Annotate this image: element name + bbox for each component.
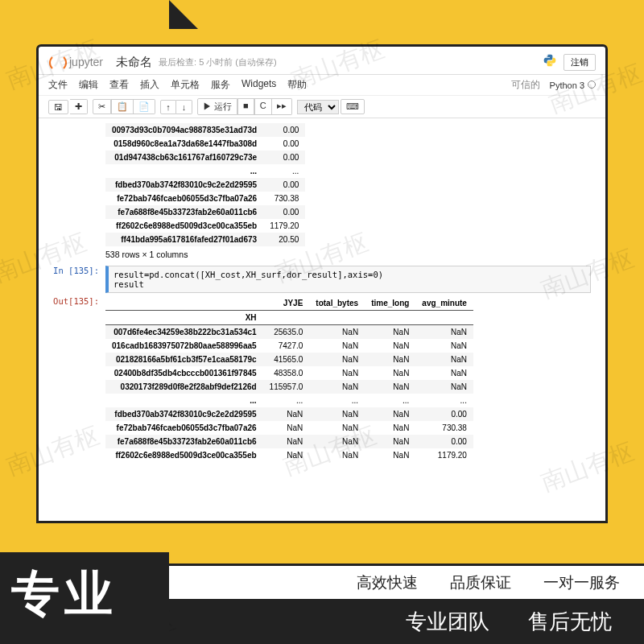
notebook-area[interactable]: 00973d93c0b7094ac9887835e31ad73d0.000158…	[39, 118, 605, 523]
table-row: ...............	[105, 394, 473, 407]
in-prompt: In [135]:	[53, 266, 105, 293]
promo-text: 一对一服务	[543, 572, 620, 593]
table-row: ff2602c6e8988ed5009d3ce00ca355eb1179.20	[105, 219, 305, 233]
jupyter-icon	[48, 53, 66, 71]
python-icon	[543, 53, 557, 71]
table-row: fe72bab746fcaeb06055d3c7fba07a26730.38	[105, 192, 305, 205]
table-row: 00973d93c0b7094ac9887835e31ad73d0.00	[105, 123, 305, 137]
dataframe-dims: 538 rows × 1 columns	[105, 246, 591, 262]
logout-button[interactable]: 注销	[564, 54, 596, 71]
paste-button[interactable]: 📄	[134, 99, 155, 114]
save-button[interactable]: 🖫	[48, 100, 68, 114]
table-row: fdbed370ab3742f83010c9c2e2d29595NaNNaNNa…	[105, 407, 473, 421]
table-row: fe72bab746fcaeb06055d3c7fba07a26NaNNaNNa…	[105, 421, 473, 435]
menu-help[interactable]: 帮助	[287, 78, 307, 92]
add-cell-button[interactable]: ✚	[70, 99, 88, 114]
menubar: 文件 编辑 查看 插入 单元格 服务 Widgets 帮助 可信的 Python…	[39, 75, 605, 95]
toolbar: 🖫 ✚ ✂ 📋 📄 ↑ ↓ ▶ 运行 ■ C ▸▸ 代码 ⌨	[39, 95, 605, 118]
notebook-title[interactable]: 未命名	[116, 55, 152, 70]
table-row: 0320173f289d0f8e2f28abf9def2126d115957.0…	[105, 380, 473, 394]
checkpoint-status: 最后检查: 5 小时前 (自动保存)	[159, 56, 277, 68]
menu-widgets[interactable]: Widgets	[242, 78, 276, 92]
move-down-button[interactable]: ↓	[176, 100, 192, 114]
stop-button[interactable]: ■	[237, 98, 254, 115]
promo-text: 高效快速	[357, 572, 418, 593]
jupyter-logo[interactable]: jupyter	[48, 53, 103, 71]
restart-button[interactable]: C	[254, 98, 272, 115]
table-row: ff2602c6e8988ed5009d3ce00ca355ebNaNNaNNa…	[105, 448, 473, 462]
menu-file[interactable]: 文件	[48, 78, 68, 92]
output-cell-135: Out[135]: JYJEtotal_bytestime_longavg_mi…	[53, 296, 591, 462]
table-row: 0158d960c8ea1a73da68e1447fba308d0.00	[105, 137, 305, 151]
table-row: fdbed370ab3742f83010c9c2e2d295950.00	[105, 178, 305, 192]
table-row: 016cadb1683975072b80aae588996aa57427.0Na…	[105, 339, 473, 353]
table-row: 02400b8df35db4cbcccb001361f9784548358.0N…	[105, 366, 473, 380]
table-row: ff41bda995a617816fafed27f01ad67320.50	[105, 233, 305, 246]
restart-run-all-button[interactable]: ▸▸	[272, 98, 292, 115]
table-row: 007d6fe4ec34259e38b222bc31a534c125635.0N…	[105, 325, 473, 340]
dataframe-table: 00973d93c0b7094ac9887835e31ad73d0.000158…	[105, 123, 305, 246]
header: jupyter 未命名 最后检查: 5 小时前 (自动保存) 注销	[39, 47, 605, 75]
code-cell-135[interactable]: In [135]: result=pd.concat([XH_cost,XH_s…	[53, 266, 591, 293]
table-row: fe7a688f8e45b33723fab2e60a011cb60.00	[105, 205, 305, 219]
output-cell-134: 00973d93c0b7094ac9887835e31ad73d0.000158…	[53, 123, 591, 262]
kernel-indicator-icon	[588, 80, 596, 89]
promo-tag: 专业	[0, 523, 169, 644]
celltype-select[interactable]: 代码	[297, 100, 339, 114]
promo-text: 品质保证	[450, 572, 511, 593]
dataframe-table: JYJEtotal_bytestime_longavg_minuteXH 007…	[105, 296, 473, 462]
table-row: fe7a688f8e45b33723fab2e60a011cb6NaNNaNNa…	[105, 435, 473, 448]
kernel-name[interactable]: Python 3	[550, 80, 596, 90]
menu-view[interactable]: 查看	[109, 78, 129, 92]
jupyter-window: jupyter 未命名 最后检查: 5 小时前 (自动保存) 注销 文件 编辑 …	[36, 44, 608, 523]
svg-point-1	[551, 64, 552, 65]
svg-point-0	[547, 56, 548, 56]
table-row: 021828166a5bf61cb3f57e1caa58179c41565.0N…	[105, 353, 473, 366]
table-row: 01d947438cb63c161767af160729c73e0.00	[105, 151, 305, 164]
menu-edit[interactable]: 编辑	[79, 78, 98, 92]
promo-text: 专业团队	[406, 608, 489, 636]
move-up-button[interactable]: ↑	[160, 100, 176, 114]
promo-text: 售后无忧	[528, 608, 612, 636]
command-palette-button[interactable]: ⌨	[341, 99, 365, 114]
menu-kernel[interactable]: 服务	[211, 78, 230, 92]
copy-button[interactable]: 📋	[111, 99, 134, 114]
logo-text: jupyter	[69, 56, 103, 68]
run-button[interactable]: ▶ 运行	[197, 98, 237, 115]
out-prompt: Out[135]:	[53, 296, 105, 462]
menu-insert[interactable]: 插入	[140, 78, 159, 92]
cut-button[interactable]: ✂	[93, 99, 111, 114]
trusted-status[interactable]: 可信的	[511, 78, 540, 92]
menu-cell[interactable]: 单元格	[171, 78, 200, 92]
table-row: ......	[105, 164, 305, 178]
code-input[interactable]: result=pd.concat([XH_cost,XH_surf,dor_re…	[105, 266, 591, 293]
promo-tag-text: 专业	[11, 562, 118, 627]
